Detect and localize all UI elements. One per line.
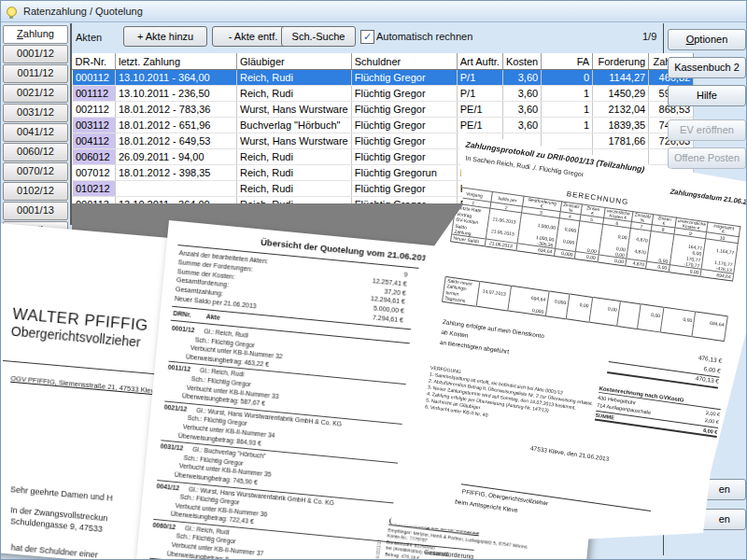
list-header-akte: Akte xyxy=(205,313,220,320)
cell-kosten: 3,60 xyxy=(502,70,541,86)
cell-art: P/1 xyxy=(457,70,502,86)
cell-gl: Reich, Rudi xyxy=(237,165,352,181)
summe-value: 6,00 € xyxy=(703,427,718,436)
sidebar-item-0001-13[interactable]: 0001/13 xyxy=(3,202,68,220)
add-akte-button[interactable]: + Akte hinzu xyxy=(123,26,207,47)
column-header[interactable]: letzt. Zahlung xyxy=(116,53,237,70)
letter-sender-line: OGV PFIFFIG, Siemensstraße 21, 47533 Kle… xyxy=(10,374,159,396)
cell-lz: 26.09.2011 - 94,00 xyxy=(116,149,237,165)
checkmark-icon: ✓ xyxy=(363,31,372,42)
summe-label: SUMME xyxy=(595,413,614,421)
cell-art: PE/1 xyxy=(457,118,502,133)
page-counter: 1/9 xyxy=(642,31,656,42)
title-bar: Ratenzahlung / Quotelung xyxy=(1,1,746,22)
app-lightbulb-icon xyxy=(7,7,17,17)
cell-fa: 0 xyxy=(542,70,593,86)
sidebar-item-0070-12[interactable]: 0070/12 xyxy=(3,162,68,181)
cell-kosten: 3,60 xyxy=(502,102,541,118)
cell-fa xyxy=(542,133,593,149)
cell-art: PE/1 xyxy=(457,102,502,118)
cell-lz: 13.10.2011 - 364,00 xyxy=(116,70,237,86)
cell-lz: 13.10.2011 - 236,50 xyxy=(116,86,237,102)
cell-gl: Wurst, Hans Wurstware xyxy=(237,102,352,118)
cell-ford: 1839,35 xyxy=(593,118,649,133)
window-title: Ratenzahlung / Quotelung xyxy=(23,6,143,17)
column-header[interactable]: Art Auftr. xyxy=(457,53,502,70)
table-row[interactable]: 00111213.10.2011 - 236,50Reich, RudiFlüc… xyxy=(73,86,694,102)
cell-ford: 1450,29 xyxy=(593,86,649,102)
cell-sch: Flüchtig Gregor xyxy=(351,118,457,133)
table-row[interactable]: 00311218.01.2012 - 651,96Buchverlag "Hör… xyxy=(73,118,694,133)
dr-nr-cell[interactable]: 000112 xyxy=(73,70,116,86)
kostenrechnung-box: Kostenrechnung nach GVKostG 430 Hebegebü… xyxy=(595,385,722,438)
cell-ford: 1781,66 xyxy=(593,133,649,149)
table-header-row: DR-Nr.letzt. ZahlungGläubigerSchuldnerAr… xyxy=(73,53,694,70)
cell-sch: Flüchtig Gregor xyxy=(351,133,457,149)
sidebar-item-0001-12[interactable]: 0001/12 xyxy=(3,45,68,63)
auto-rechnen-label: Automatisch rechnen xyxy=(376,31,472,42)
cell-lz: 18.01.2012 - 783,36 xyxy=(116,102,237,118)
cell-lz: 18.01.2012 - 398,35 xyxy=(116,165,237,181)
cell-sch: Flüchtig Gregor xyxy=(351,181,457,197)
letter-body-line: Sehr geehrte Damen und H xyxy=(10,484,114,504)
cell-lz: 18.01.2012 - 649,53 xyxy=(116,133,237,149)
ev-er-ffnen-button[interactable]: EV eröffnen xyxy=(668,119,746,141)
optionen-button[interactable]: Optionen xyxy=(668,29,746,50)
sidebar-item-0102-12[interactable]: 0102/12 xyxy=(3,182,68,201)
cell-sch: Flüchtig Gregor xyxy=(351,86,457,102)
dr-nr-cell[interactable]: 002112 xyxy=(73,102,116,118)
dr-nr-cell[interactable]: 003112 xyxy=(73,118,116,133)
sidebar-item-0060-12[interactable]: 0060/12 xyxy=(3,143,68,161)
cell-gl: Buchverlag "Hörbuch" xyxy=(237,118,352,133)
kassenbuch-2-button[interactable]: Kassenbuch 2 xyxy=(668,57,746,78)
cell-art: P/1 xyxy=(457,86,502,102)
dr-nr-cell[interactable]: 007012 xyxy=(73,165,116,181)
cell-gl: Reich, Rudi xyxy=(237,70,352,86)
column-header[interactable]: Kosten xyxy=(502,53,541,70)
cell-ford: 1144,27 xyxy=(593,70,649,86)
auto-rechnen-checkbox[interactable]: ✓ xyxy=(360,30,374,44)
dr-nr-cell[interactable]: 006012 xyxy=(73,149,116,165)
cell-gl: Reich, Rudi xyxy=(237,181,352,197)
list-header-drnr: DRNr. xyxy=(173,310,191,318)
cell-kosten: 3,60 xyxy=(502,118,541,133)
table-row[interactable]: 00411218.01.2012 - 649,53Wurst, Hans Wur… xyxy=(73,133,694,149)
cell-sch: Flüchtig Gregor xyxy=(351,149,457,165)
place-date: 47533 Kleve, den 21.06.2013 xyxy=(530,444,610,462)
akten-label: Akten xyxy=(76,32,102,43)
sidebar-item-0021-12[interactable]: 0021/12 xyxy=(3,84,68,103)
letter-body-line: hat der Schuldner einer xyxy=(10,542,98,560)
dr-nr-cell[interactable]: 010212 xyxy=(73,181,116,197)
hilfe-button[interactable]: Hilfe xyxy=(668,85,746,106)
case-sidebar: Zahlung 0001/120011/120021/120031/120041… xyxy=(3,25,68,241)
cell-sch: Flüchtig Gregor xyxy=(351,70,457,86)
dr-nr-cell[interactable]: 004112 xyxy=(73,133,116,149)
table-row[interactable]: 00011213.10.2011 - 364,00Reich, RudiFlüc… xyxy=(73,70,694,86)
tab-zahlung[interactable]: Zahlung xyxy=(3,25,68,44)
cell-fa: 1 xyxy=(542,102,593,118)
cell-gl: Wurst, Hans Wurstware xyxy=(237,133,352,149)
column-header[interactable]: Forderung xyxy=(593,53,649,70)
cell-ford: 2132,04 xyxy=(593,102,649,118)
sidebar-item-0031-12[interactable]: 0031/12 xyxy=(3,104,68,122)
schuldner-suche-button[interactable]: Sch.-Suche xyxy=(281,26,356,47)
cell-fa: 1 xyxy=(542,118,593,133)
column-header[interactable]: Gläubiger xyxy=(237,53,352,70)
cell-gl: Reich, Rudi xyxy=(237,149,352,165)
sidebar-item-0041-12[interactable]: 0041/12 xyxy=(3,123,68,142)
dr-nr-cell[interactable]: 001112 xyxy=(73,86,116,102)
cell-fa: 1 xyxy=(542,86,593,102)
offene-posten-button[interactable]: Offene Posten xyxy=(668,147,746,169)
cell-lz xyxy=(116,181,237,197)
cell-sch: Flüchtig Gregor xyxy=(351,102,457,118)
column-header[interactable]: DR-Nr. xyxy=(73,53,116,70)
cell-lz: 18.01.2012 - 651,96 xyxy=(116,118,237,133)
column-header[interactable]: Schuldner xyxy=(351,53,457,70)
sidebar-item-0011-12[interactable]: 0011/12 xyxy=(3,64,68,83)
table-row[interactable]: 00211218.01.2012 - 783,36Wurst, Hans Wur… xyxy=(73,102,694,118)
sidebar-divider xyxy=(70,23,72,225)
cell-gl: Reich, Rudi xyxy=(237,86,352,102)
cell-kosten: 3,60 xyxy=(502,86,541,102)
cell-sch: Flüchtig Gregorun xyxy=(351,165,457,181)
column-header[interactable]: FA xyxy=(542,53,593,70)
